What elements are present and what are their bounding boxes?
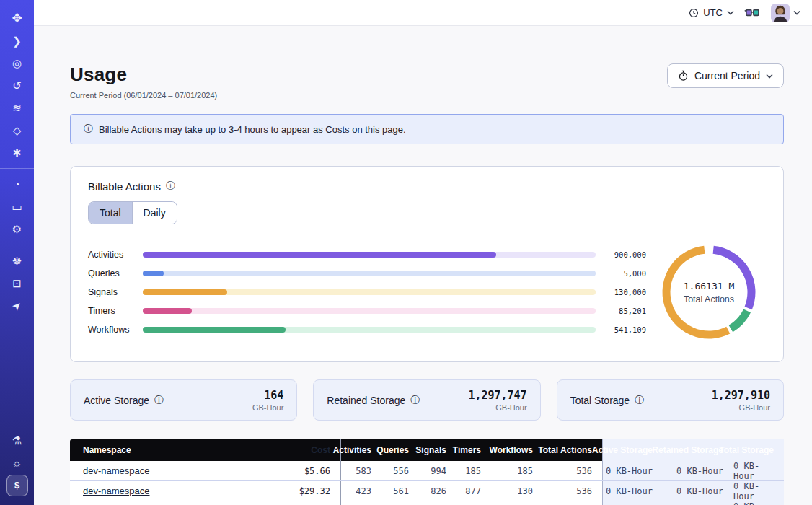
billing-icon[interactable]: ▭ xyxy=(0,196,34,218)
bar-label: Signals xyxy=(88,287,134,297)
credits-icon[interactable]: $ xyxy=(0,474,34,496)
table-header-row: NamespaceCostActivitiesQueriesSignalsTim… xyxy=(70,439,784,461)
sidebar-divider xyxy=(0,168,34,169)
cell-signals: 826 xyxy=(419,481,456,501)
feedback-icon[interactable]: ⊡ xyxy=(0,272,34,294)
cell-retained_storage: 0 KB-Hour xyxy=(663,481,733,501)
bar-fill xyxy=(143,308,192,314)
cell-workflows: 600 xyxy=(491,501,543,505)
namespace-link[interactable]: dev-namespace xyxy=(83,465,150,476)
bar-row-signals: Signals130,000 xyxy=(88,289,646,296)
tab-daily[interactable]: Daily xyxy=(132,202,177,224)
glasses-icon[interactable] xyxy=(744,8,761,18)
theme-icon[interactable]: ☼ xyxy=(0,452,34,474)
billable-actions-card: Billable Actions ⓘ Total Daily Activitie… xyxy=(70,166,784,362)
bar-label: Workflows xyxy=(88,325,134,335)
cell-signals: 883 xyxy=(419,501,456,505)
cell-workflows: 185 xyxy=(491,461,543,480)
retained-storage-card: Retained Storageⓘ1,297,747GB-Hour xyxy=(313,379,540,421)
cell-workflows: 130 xyxy=(491,481,543,501)
timezone-selector[interactable]: UTC xyxy=(689,7,734,18)
sidebar-divider xyxy=(0,245,34,245)
bar-track xyxy=(143,327,596,333)
support-icon[interactable]: ☸ xyxy=(0,250,34,272)
billable-bar-chart: Activities900,000Queries5,000Signals130,… xyxy=(88,251,652,333)
period-button-label: Current Period xyxy=(694,70,760,82)
donut-segment-workflows xyxy=(731,311,747,329)
user-menu[interactable] xyxy=(771,4,800,22)
cell-timers: 877 xyxy=(456,481,491,501)
bar-row-timers: Timers85,201 xyxy=(88,307,646,315)
cell-namespace: dev-namespace xyxy=(70,481,270,501)
billable-actions-title: Billable Actions xyxy=(88,180,161,193)
monitor-icon[interactable]: ◎ xyxy=(0,52,34,74)
usage-table: NamespaceCostActivitiesQueriesSignalsTim… xyxy=(70,439,784,505)
cell-activities: 492 xyxy=(341,501,381,505)
cell-retained_storage: 0 KB-Hour xyxy=(663,501,733,505)
credits-icon: $ xyxy=(6,475,28,496)
storage-card-unit: GB-Hour xyxy=(252,403,283,412)
usage-icon[interactable]: ◔ xyxy=(0,173,34,196)
total-actions-donut: 1.66131 M Total Actions xyxy=(652,242,766,343)
cell-namespace: dev-namespace xyxy=(70,501,270,505)
cell-timers: 185 xyxy=(456,461,491,480)
cell-active_storage: 0 KB-Hour xyxy=(602,461,663,480)
info-icon[interactable]: ⓘ xyxy=(166,180,175,193)
cell-activities: 423 xyxy=(341,481,381,501)
getting-started-icon[interactable]: ➤ xyxy=(0,294,34,317)
temporal-logo-icon[interactable]: ✥ xyxy=(0,7,34,30)
bar-row-activities: Activities900,000 xyxy=(88,251,646,258)
column-header-cost: Cost xyxy=(270,439,341,461)
bar-label: Queries xyxy=(88,268,134,278)
storage-card-label: Active Storage xyxy=(84,395,149,406)
total-storage-card: Total Storageⓘ1,297,910GB-Hour xyxy=(557,379,784,421)
period-select-button[interactable]: Current Period xyxy=(667,63,784,88)
table-row: dev-namespace$3.354925368838166001300 KB… xyxy=(70,501,784,505)
storage-card-unit: GB-Hour xyxy=(468,403,526,412)
billable-view-tabs: Total Daily xyxy=(88,201,177,224)
bar-value: 85,201 xyxy=(604,307,646,315)
page-title: Usage xyxy=(70,63,217,86)
storage-summary-row: Active Storageⓘ164GB-HourRetained Storag… xyxy=(70,379,784,421)
deployments-icon[interactable]: ◇ xyxy=(0,119,34,141)
storage-card-value: 1,297,910 xyxy=(712,389,770,402)
bar-row-queries: Queries5,000 xyxy=(88,270,646,277)
labs-icon[interactable]: ⚗ xyxy=(0,429,34,452)
info-icon[interactable]: ⓘ xyxy=(410,394,420,407)
cell-total_actions: 536 xyxy=(543,481,602,501)
bar-track xyxy=(143,289,596,295)
bar-value: 900,000 xyxy=(604,250,646,259)
bar-label: Activities xyxy=(88,250,134,260)
cell-cost: $29.32 xyxy=(270,481,341,501)
cell-namespace: dev-namespace xyxy=(70,461,270,480)
table-row: dev-namespace$29.324235618268771305360 K… xyxy=(70,481,784,501)
bar-track xyxy=(143,252,596,258)
nexus-icon[interactable]: ✱ xyxy=(0,141,34,164)
sidebar: ✥❯◎↺≋◇✱◔▭⚙☸⊡➤⚗☼$ xyxy=(0,0,34,505)
cell-cost: $5.66 xyxy=(270,461,341,480)
bar-value: 541,109 xyxy=(604,325,646,334)
top-header: UTC xyxy=(34,0,812,26)
info-icon: ⓘ xyxy=(84,123,93,136)
column-header-queries: Queries xyxy=(381,439,419,461)
settings-icon[interactable]: ⚙ xyxy=(0,218,34,240)
layers-icon[interactable]: ≋ xyxy=(0,97,34,119)
timezone-label: UTC xyxy=(703,7,723,18)
namespace-link[interactable]: dev-namespace xyxy=(83,486,150,496)
table-body: dev-namespace$5.665835569941851855360 KB… xyxy=(70,461,784,505)
chevron-down-icon xyxy=(793,10,800,15)
tab-total[interactable]: Total xyxy=(89,202,132,224)
cell-retained_storage: 0 KB-Hour xyxy=(663,461,733,480)
cell-activities: 583 xyxy=(341,461,381,480)
storage-card-value: 1,297,747 xyxy=(468,389,526,402)
storage-card-label: Total Storage xyxy=(570,395,630,406)
page-subtitle: Current Period (06/01/2024 – 07/01/2024) xyxy=(70,91,217,100)
collapse-icon[interactable]: ❯ xyxy=(0,30,34,52)
bar-track xyxy=(143,271,596,276)
table-row: dev-namespace$5.665835569941851855360 KB… xyxy=(70,461,784,481)
info-icon[interactable]: ⓘ xyxy=(154,394,164,407)
column-header-timers: Timers xyxy=(456,439,491,461)
info-icon[interactable]: ⓘ xyxy=(635,394,644,407)
cell-queries: 556 xyxy=(381,461,419,480)
history-icon[interactable]: ↺ xyxy=(0,74,34,97)
